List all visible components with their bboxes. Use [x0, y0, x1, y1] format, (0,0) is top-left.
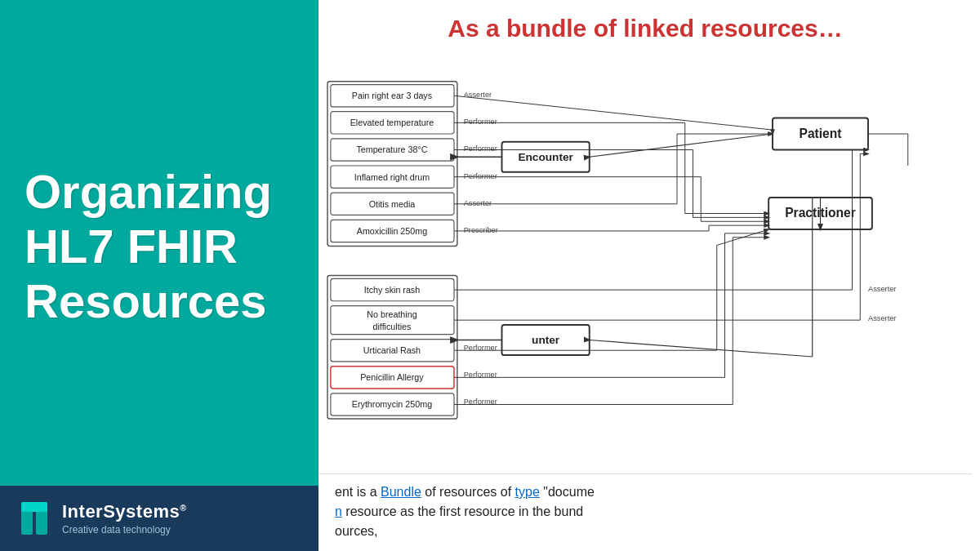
logo-tagline: Creative data technology [62, 524, 187, 535]
svg-text:Performer: Performer [464, 371, 497, 379]
svg-line-87 [590, 340, 813, 357]
svg-text:Amoxicillin 250mg: Amoxicillin 250mg [357, 226, 427, 236]
svg-text:Pain right ear 3 days: Pain right ear 3 days [352, 91, 432, 100]
footer-logo: InterSystems® Creative data technology [0, 486, 318, 551]
svg-text:Erythromycin 250mg: Erythromycin 250mg [352, 399, 432, 409]
svg-text:Performer: Performer [464, 172, 497, 180]
svg-text:Asserter: Asserter [464, 91, 492, 99]
logo-text-block: InterSystems® Creative data technology [62, 501, 187, 535]
svg-text:Penicillin Allergy: Penicillin Allergy [360, 372, 424, 382]
svg-text:Prescriber: Prescriber [464, 226, 498, 234]
slide-title: As a bundle of linked resources… [318, 0, 972, 49]
svg-text:No breathing: No breathing [367, 309, 416, 319]
fhir-diagram: Pain right ear 3 days Elevated temperatu… [327, 49, 964, 473]
bundle-link[interactable]: Bundle [381, 485, 421, 499]
type-link[interactable]: type [515, 485, 540, 499]
svg-rect-2 [21, 502, 47, 512]
svg-text:Performer: Performer [464, 344, 497, 352]
svg-text:Urticarial Rash: Urticarial Rash [363, 345, 421, 355]
svg-text:Patient: Patient [800, 127, 842, 140]
intersystems-logo-icon [20, 500, 49, 536]
main-title: Organizing HL7 FHIR Resources [24, 165, 294, 328]
svg-line-29 [454, 96, 773, 130]
svg-text:Asserter: Asserter [868, 285, 896, 293]
svg-text:Inflamed right drum: Inflamed right drum [354, 172, 430, 182]
diagram-area: Pain right ear 3 days Elevated temperatu… [318, 49, 972, 473]
bottom-text: ent is a Bundle of resources of type "do… [318, 473, 972, 551]
svg-text:unter: unter [532, 334, 560, 346]
logo-name: InterSystems® [62, 501, 187, 522]
svg-text:Performer: Performer [464, 144, 497, 153]
svg-text:Otitis media: Otitis media [369, 199, 416, 209]
svg-line-49 [590, 134, 773, 157]
svg-text:Performer: Performer [464, 118, 497, 126]
title-block: Organizing HL7 FHIR Resources [0, 0, 318, 486]
svg-text:Performer: Performer [464, 398, 497, 407]
svg-text:Encounter: Encounter [518, 151, 573, 163]
right-panel: As a bundle of linked resources… Pain ri… [318, 0, 980, 551]
bottom-text-line1: ent is a Bundle of resources of type "do… [335, 485, 595, 499]
left-panel: Organizing HL7 FHIR Resources InterSyste… [0, 0, 318, 551]
svg-text:Elevated temperature: Elevated temperature [350, 118, 434, 127]
svg-text:Temperature 38°C: Temperature 38°C [356, 144, 427, 154]
svg-text:difficulties: difficulties [373, 322, 412, 331]
svg-text:Itchy skin rash: Itchy skin rash [364, 285, 421, 295]
composition-link[interactable]: n [335, 504, 342, 518]
bottom-text-line3: ources, [335, 524, 377, 538]
bottom-text-line2: n resource as the first resource in the … [335, 504, 583, 518]
svg-text:Asserter: Asserter [464, 199, 492, 207]
svg-text:Asserter: Asserter [868, 314, 896, 322]
